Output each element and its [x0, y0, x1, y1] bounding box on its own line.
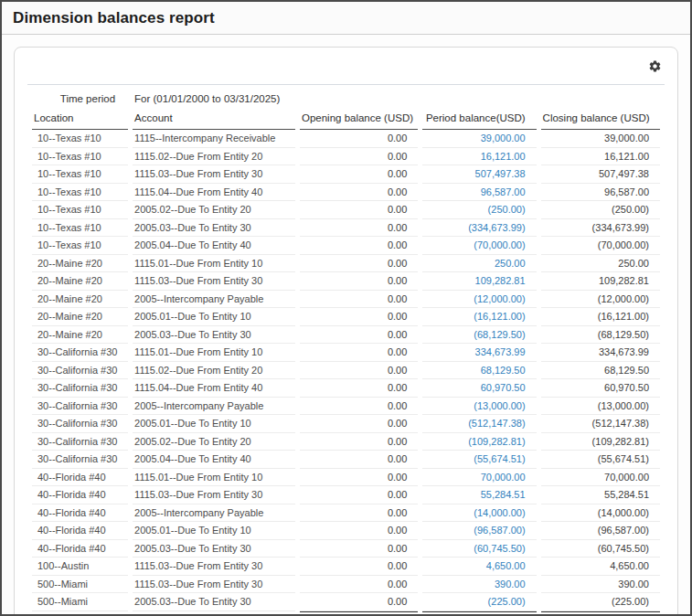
closing-balance-cell: (70,000.00)	[541, 237, 660, 255]
table-row: 10--Texas #10 1115.03--Due From Entity 3…	[32, 165, 660, 184]
period-balance-link[interactable]: (512,147.38)	[422, 415, 536, 433]
grand-total-label: Grand total	[32, 611, 128, 616]
opening-balance-cell: 0.00	[300, 522, 418, 540]
account-cell: 2005.01--Due To Entity 10	[133, 522, 295, 540]
closing-balance-cell: 70,000.00	[541, 469, 660, 487]
account-cell: 1115.03--Due From Entity 30	[133, 165, 295, 184]
table-row: 30--California #30 2005.01--Due To Entit…	[32, 415, 660, 433]
period-balance-link[interactable]: 250.00	[422, 255, 536, 273]
column-header-row: Location Account Opening balance (USD) P…	[32, 110, 660, 130]
account-cell: 1115.01--Due From Entity 10	[133, 255, 295, 273]
period-balance-link[interactable]: (55,674.51)	[422, 451, 536, 469]
location-cell: 30--California #30	[32, 398, 128, 416]
closing-balance-cell: (512,147.38)	[541, 415, 660, 433]
opening-balance-cell: 0.00	[300, 148, 418, 166]
closing-balance-cell: (55,674.51)	[541, 451, 660, 469]
table-row: 30--California #30 2005.04--Due To Entit…	[32, 451, 660, 469]
opening-balance-cell: 0.00	[300, 130, 418, 148]
period-balance-link[interactable]: (250.00)	[422, 201, 536, 219]
closing-balance-cell: (225.00)	[541, 593, 660, 611]
period-balance-link[interactable]: (13,000.00)	[422, 398, 536, 416]
column-header-opening-balance: Opening balance (USD)	[300, 110, 418, 130]
period-balance-link[interactable]: 4,650.00	[422, 558, 536, 576]
table-row: 10--Texas #10 1115.02--Due From Entity 2…	[32, 148, 660, 166]
period-balance-link[interactable]: (96,587.00)	[422, 522, 536, 540]
location-cell: 40--Florida #40	[32, 504, 128, 523]
column-header-location: Location	[32, 110, 128, 130]
location-cell: 20--Maine #20	[32, 255, 128, 273]
opening-balance-cell: 0.00	[300, 201, 418, 219]
location-cell: 20--Maine #20	[32, 272, 128, 291]
opening-balance-cell: 0.00	[300, 272, 418, 291]
account-cell: 2005.04--Due To Entity 40	[133, 451, 295, 469]
table-row: 10--Texas #10 2005.04--Due To Entity 40 …	[32, 237, 660, 255]
page-title: Dimension balances report	[13, 9, 679, 27]
period-balance-link[interactable]: 507,497.38	[422, 165, 536, 184]
period-balance-link[interactable]: 390.00	[422, 576, 536, 594]
opening-balance-cell: 0.00	[300, 379, 418, 398]
closing-balance-cell: 39,000.00	[541, 130, 660, 148]
title-bar: Dimension balances report	[2, 2, 690, 35]
location-cell: 500--Miami	[32, 576, 128, 594]
table-row: 20--Maine #20 2005.03--Due To Entity 30 …	[32, 326, 660, 345]
closing-balance-cell: 60,970.50	[541, 379, 660, 398]
table-row: 100--Austin 1115.03--Due From Entity 30 …	[32, 558, 660, 576]
period-balance-link[interactable]: 334,673.99	[422, 344, 536, 362]
location-cell: 30--California #30	[32, 415, 128, 433]
account-cell: 1115.04--Due From Entity 40	[133, 184, 295, 202]
period-balance-link[interactable]: (60,745.50)	[422, 540, 536, 558]
location-cell: 40--Florida #40	[32, 486, 128, 504]
closing-balance-cell: (14,000.00)	[541, 504, 660, 523]
opening-balance-cell: 0.00	[300, 576, 418, 594]
period-balance-link[interactable]: (14,000.00)	[422, 504, 536, 523]
period-balance-link[interactable]: 55,284.51	[422, 486, 536, 504]
opening-balance-cell: 0.00	[300, 184, 418, 202]
closing-balance-cell: 68,129.50	[541, 362, 660, 380]
closing-balance-cell: (16,121.00)	[541, 308, 660, 326]
opening-balance-cell: 0.00	[300, 451, 418, 469]
location-cell: 10--Texas #10	[32, 148, 128, 166]
account-cell: 2005.01--Due To Entity 10	[133, 415, 295, 433]
closing-balance-cell: 109,282.81	[541, 272, 660, 291]
column-header-period-balance: Period balance(USD)	[422, 110, 536, 130]
report-card: Time period For (01/01/2000 to 03/31/202…	[14, 47, 678, 616]
gear-icon	[648, 59, 662, 76]
period-balance-link[interactable]: (16,121.00)	[422, 308, 536, 326]
period-balance-link[interactable]: 39,000.00	[422, 130, 536, 148]
table-row: 30--California #30 1115.04--Due From Ent…	[32, 379, 660, 398]
location-cell: 20--Maine #20	[32, 308, 128, 326]
period-balance-link[interactable]: (334,673.99)	[422, 219, 536, 238]
period-balance-link[interactable]: 60,970.50	[422, 379, 536, 398]
period-balance-link[interactable]: 96,587.00	[422, 184, 536, 202]
closing-balance-cell: 334,673.99	[541, 344, 660, 362]
table-row: 30--California #30 1115.01--Due From Ent…	[32, 344, 660, 362]
account-cell: 2005.02--Due To Entity 20	[133, 433, 295, 451]
period-balance-link[interactable]: (68,129.50)	[422, 326, 536, 345]
account-cell: 2005.01--Due To Entity 10	[133, 308, 295, 326]
opening-balance-cell: 0.00	[300, 165, 418, 184]
closing-balance-cell: 4,650.00	[541, 558, 660, 576]
column-header-closing-balance: Closing balance (USD)	[541, 110, 660, 130]
opening-balance-cell: 0.00	[300, 326, 418, 345]
period-balance-link[interactable]: 109,282.81	[422, 272, 536, 291]
grand-total-period-balance: 0.00	[422, 611, 536, 616]
period-balance-link[interactable]: 16,121.00	[422, 148, 536, 166]
table-row: 10--Texas #10 1115--Intercompany Receiva…	[32, 130, 660, 148]
opening-balance-cell: 0.00	[300, 486, 418, 504]
account-cell: 2005.04--Due To Entity 40	[133, 237, 295, 255]
period-balance-link[interactable]: (12,000.00)	[422, 291, 536, 309]
location-cell: 10--Texas #10	[32, 201, 128, 219]
table-row: 500--Miami 1115.03--Due From Entity 30 0…	[32, 576, 660, 594]
account-cell: 1115.01--Due From Entity 10	[133, 344, 295, 362]
period-balance-link[interactable]: (70,000.00)	[422, 237, 536, 255]
closing-balance-cell: (334,673.99)	[541, 219, 660, 238]
period-balance-link[interactable]: (109,282.81)	[422, 433, 536, 451]
period-balance-link[interactable]: 68,129.50	[422, 362, 536, 380]
period-balance-link[interactable]: 70,000.00	[422, 469, 536, 487]
closing-balance-cell: 55,284.51	[541, 486, 660, 504]
period-balance-link[interactable]: (225.00)	[422, 593, 536, 611]
table-row: 20--Maine #20 2005.01--Due To Entity 10 …	[32, 308, 660, 326]
table-row: 30--California #30 2005.02--Due To Entit…	[32, 433, 660, 451]
settings-button[interactable]	[646, 59, 663, 76]
account-cell: 2005.03--Due To Entity 30	[133, 540, 295, 558]
